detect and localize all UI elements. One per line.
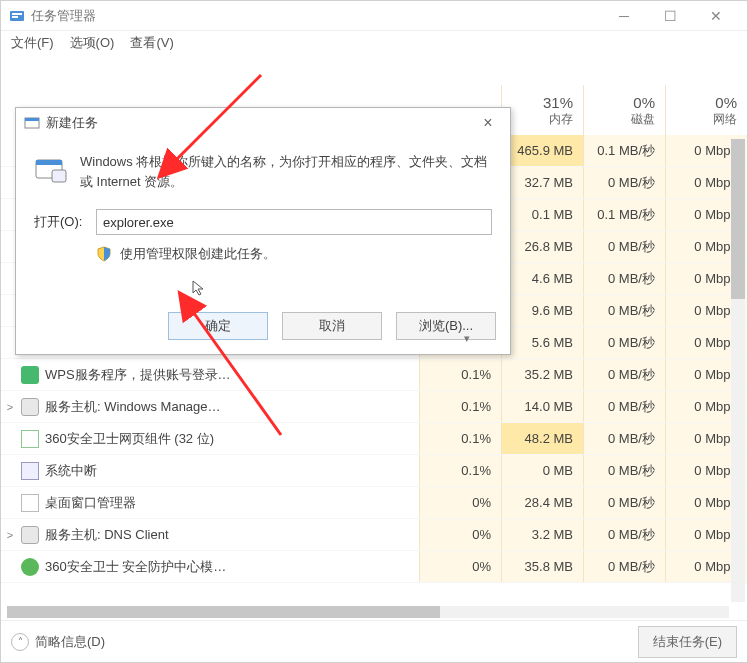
dialog-titlebar: 新建任务 × — [16, 108, 510, 138]
table-row[interactable]: 360安全卫士 安全防护中心模…0%35.8 MB0 MB/秒0 Mbps — [1, 551, 747, 583]
cpu-cell: 0.1% — [419, 391, 501, 422]
process-icon — [21, 366, 39, 384]
admin-text: 使用管理权限创建此任务。 — [120, 245, 276, 263]
disk-cell: 0.1 MB/秒 — [583, 199, 665, 230]
memory-cell: 3.2 MB — [501, 519, 583, 550]
svg-rect-2 — [12, 16, 18, 18]
process-name: 桌面窗口管理器 — [45, 494, 419, 512]
horizontal-scrollbar[interactable] — [7, 606, 729, 618]
dialog-body: Windows 将根据你所键入的名称，为你打开相应的程序、文件夹、文档或 Int… — [16, 138, 510, 302]
disk-cell: 0 MB/秒 — [583, 519, 665, 550]
fewer-details[interactable]: ˄ 简略信息(D) — [11, 633, 105, 651]
process-name: 360安全卫士网页组件 (32 位) — [45, 430, 419, 448]
process-icon — [21, 398, 39, 416]
memory-cell: 35.8 MB — [501, 551, 583, 582]
memory-cell: 48.2 MB — [501, 423, 583, 454]
disk-cell: 0 MB/秒 — [583, 263, 665, 294]
memory-cell: 32.7 MB — [501, 167, 583, 198]
titlebar: 任务管理器 ─ ☐ ✕ — [1, 1, 747, 31]
column-headers: 31% 内存 0% 磁盘 0% 网络 — [501, 85, 747, 135]
minimize-button[interactable]: ─ — [601, 1, 647, 31]
ok-button[interactable]: 确定 — [168, 312, 268, 340]
disk-cell: 0 MB/秒 — [583, 295, 665, 326]
memory-cell: 28.4 MB — [501, 487, 583, 518]
svg-rect-6 — [36, 160, 62, 165]
col-network[interactable]: 0% 网络 — [665, 85, 747, 135]
table-row[interactable]: >服务主机: DNS Client0%3.2 MB0 MB/秒0 Mbps — [1, 519, 747, 551]
disk-cell: 0 MB/秒 — [583, 551, 665, 582]
process-name: 系统中断 — [45, 462, 419, 480]
expand-toggle[interactable]: > — [1, 529, 19, 541]
disk-cell: 0 MB/秒 — [583, 487, 665, 518]
table-row[interactable]: 系统中断0.1%0 MB0 MB/秒0 Mbps — [1, 455, 747, 487]
svg-rect-4 — [25, 118, 39, 121]
disk-cell: 0 MB/秒 — [583, 391, 665, 422]
memory-cell: 0.1 MB — [501, 199, 583, 230]
process-icon — [21, 494, 39, 512]
svg-rect-1 — [12, 13, 22, 15]
open-input[interactable] — [96, 209, 492, 235]
open-label: 打开(O): — [34, 213, 88, 231]
disk-cell: 0 MB/秒 — [583, 455, 665, 486]
disk-cell: 0 MB/秒 — [583, 231, 665, 262]
memory-cell: 465.9 MB — [501, 135, 583, 166]
process-name: 360安全卫士 安全防护中心模… — [45, 558, 419, 576]
memory-cell: 5.6 MB — [501, 327, 583, 358]
process-name: 服务主机: DNS Client — [45, 526, 419, 544]
task-manager-window: 任务管理器 ─ ☐ ✕ 文件(F) 选项(O) 查看(V) 31% 内存 0% … — [0, 0, 748, 663]
cpu-cell: 0% — [419, 519, 501, 550]
close-button[interactable]: ✕ — [693, 1, 739, 31]
maximize-button[interactable]: ☐ — [647, 1, 693, 31]
shield-icon — [96, 246, 112, 262]
dialog-description: Windows 将根据你所键入的名称，为你打开相应的程序、文件夹、文档或 Int… — [80, 152, 492, 191]
vertical-scrollbar-thumb[interactable] — [731, 139, 745, 299]
dialog-close-button[interactable]: × — [474, 114, 502, 132]
col-disk[interactable]: 0% 磁盘 — [583, 85, 665, 135]
expand-toggle[interactable]: > — [1, 401, 19, 413]
end-task-button[interactable]: 结束任务(E) — [638, 626, 737, 658]
body: 31% 内存 0% 磁盘 0% 网络 465.9 MB0.1 MB/秒0 Mbp… — [1, 55, 747, 662]
svg-rect-7 — [52, 170, 66, 182]
process-icon — [21, 430, 39, 448]
app-icon — [9, 8, 25, 24]
menu-options[interactable]: 选项(O) — [66, 32, 119, 54]
menu-view[interactable]: 查看(V) — [126, 32, 177, 54]
dialog-icon — [24, 115, 40, 131]
disk-cell: 0 MB/秒 — [583, 167, 665, 198]
memory-cell: 35.2 MB — [501, 359, 583, 390]
fewer-details-label: 简略信息(D) — [35, 633, 105, 651]
cpu-cell: 0% — [419, 551, 501, 582]
memory-cell: 0 MB — [501, 455, 583, 486]
cpu-cell: 0.1% — [419, 359, 501, 390]
disk-cell: 0 MB/秒 — [583, 423, 665, 454]
disk-cell: 0 MB/秒 — [583, 327, 665, 358]
disk-cell: 0 MB/秒 — [583, 359, 665, 390]
run-icon — [34, 152, 68, 186]
memory-cell: 4.6 MB — [501, 263, 583, 294]
dialog-title: 新建任务 — [46, 114, 98, 132]
menubar: 文件(F) 选项(O) 查看(V) — [1, 31, 747, 55]
cancel-button[interactable]: 取消 — [282, 312, 382, 340]
window-title: 任务管理器 — [31, 7, 96, 25]
cpu-cell: 0% — [419, 487, 501, 518]
disk-cell: 0.1 MB/秒 — [583, 135, 665, 166]
table-row[interactable]: WPS服务程序，提供账号登录…0.1%35.2 MB0 MB/秒0 Mbps — [1, 359, 747, 391]
memory-cell: 14.0 MB — [501, 391, 583, 422]
process-name: WPS服务程序，提供账号登录… — [45, 366, 419, 384]
browse-button[interactable]: 浏览(B)... — [396, 312, 496, 340]
dialog-buttons: 确定 取消 浏览(B)... — [16, 302, 510, 354]
table-row[interactable]: >服务主机: Windows Manage…0.1%14.0 MB0 MB/秒0… — [1, 391, 747, 423]
cpu-cell: 0.1% — [419, 423, 501, 454]
process-icon — [21, 558, 39, 576]
process-icon — [21, 462, 39, 480]
table-row[interactable]: 360安全卫士网页组件 (32 位)0.1%48.2 MB0 MB/秒0 Mbp… — [1, 423, 747, 455]
horizontal-scrollbar-thumb[interactable] — [7, 606, 440, 618]
footer: ˄ 简略信息(D) 结束任务(E) — [1, 620, 747, 662]
process-icon — [21, 526, 39, 544]
process-name: 服务主机: Windows Manage… — [45, 398, 419, 416]
run-dialog: 新建任务 × Windows 将根据你所键入的名称，为你打开相应的程序、文件夹、… — [15, 107, 511, 355]
col-memory[interactable]: 31% 内存 — [501, 85, 583, 135]
chevron-down-icon[interactable]: ▾ — [464, 332, 470, 345]
table-row[interactable]: 桌面窗口管理器0%28.4 MB0 MB/秒0 Mbps — [1, 487, 747, 519]
menu-file[interactable]: 文件(F) — [7, 32, 58, 54]
